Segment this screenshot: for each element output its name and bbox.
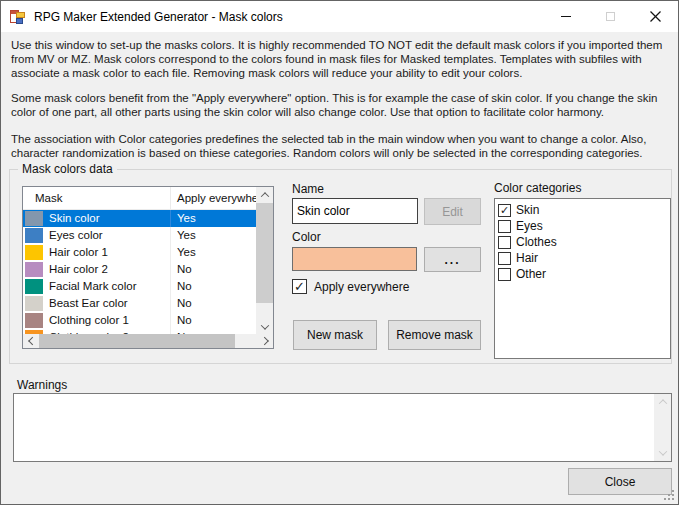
name-input[interactable] [292, 198, 418, 224]
resize-grip-icon[interactable] [664, 490, 675, 501]
chevron-down-icon [260, 321, 268, 329]
mask-color-swatch [25, 228, 43, 243]
mask-color-swatch [25, 245, 43, 260]
checkbox-icon[interactable] [292, 279, 307, 294]
maximize-icon [606, 12, 615, 21]
category-label: Clothes [516, 235, 557, 249]
close-icon [650, 11, 661, 22]
minimize-icon [561, 16, 571, 17]
scroll-up-button[interactable] [256, 187, 273, 202]
mask-name: Beast Ear color [43, 295, 170, 312]
app-form-icon [10, 9, 26, 25]
category-item[interactable]: Skin [498, 202, 670, 218]
table-row[interactable]: Beast Ear color No [23, 295, 256, 312]
category-checkbox-icon[interactable] [498, 268, 511, 281]
color-categories-label: Color categories [494, 181, 581, 195]
categories-list: Skin Eyes Clothes Hair Other [494, 198, 671, 359]
category-label: Eyes [516, 219, 543, 233]
intro-paragraph-3: The association with Color categories pr… [11, 132, 671, 160]
chevron-up-icon [260, 192, 268, 200]
mask-color-swatch [25, 296, 43, 311]
mask-name: Eyes color [43, 227, 170, 244]
minimize-button[interactable] [543, 1, 588, 32]
color-label: Color [292, 230, 321, 244]
mask-color-swatch [25, 262, 43, 277]
intro-paragraph-1: Use this window to set-up the masks colo… [11, 38, 671, 80]
category-checkbox-icon[interactable] [498, 204, 511, 217]
current-color-swatch [292, 247, 417, 271]
window-title: RPG Maker Extended Generator - Mask colo… [34, 10, 283, 24]
table-row[interactable]: Hair color 1 Yes [23, 244, 256, 261]
table-row[interactable]: Clothing color 1 No [23, 312, 256, 329]
warnings-scroll-up-button [654, 394, 671, 410]
mask-table: Mask Apply everywhere Skin color Yes Eye… [22, 186, 274, 349]
group-title: Mask colors data [18, 162, 117, 176]
mask-name: Facial Mark color [43, 278, 170, 295]
mask-name: Clothing color 1 [43, 312, 170, 329]
window-controls [543, 1, 678, 32]
mask-color-swatch [25, 211, 43, 226]
table-row[interactable]: Hair color 2 No [23, 261, 256, 278]
mask-name: Skin color [43, 210, 170, 227]
horizontal-scrollbar-thumb[interactable] [39, 334, 235, 348]
edit-button: Edit [424, 198, 481, 225]
category-item[interactable]: Other [498, 266, 670, 282]
close-window-button[interactable] [633, 1, 678, 32]
intro-paragraph-2: Some mask colors benefit from the "Apply… [11, 91, 671, 119]
chevron-right-icon [260, 337, 268, 345]
warnings-vertical-scrollbar [654, 394, 671, 461]
mask-name: Hair color 1 [43, 244, 170, 261]
category-item[interactable]: Clothes [498, 234, 670, 250]
dialog-window: RPG Maker Extended Generator - Mask colo… [0, 0, 679, 505]
table-row[interactable]: Facial Mark color No [23, 278, 256, 295]
new-mask-button[interactable]: New mask [293, 320, 377, 350]
table-row[interactable]: Skin color Yes [23, 210, 256, 227]
mask-apply-everywhere: Yes [170, 227, 256, 244]
color-picker-button[interactable]: ... [424, 247, 481, 272]
table-vertical-scrollbar[interactable] [256, 187, 273, 334]
mask-table-body: Skin color Yes Eyes color Yes Hair color… [23, 210, 256, 335]
category-checkbox-icon[interactable] [498, 252, 511, 265]
scroll-left-button[interactable] [23, 334, 38, 348]
category-checkbox-icon[interactable] [498, 220, 511, 233]
mask-color-swatch [25, 313, 43, 328]
maximize-button [588, 1, 633, 32]
scroll-right-button[interactable] [258, 334, 273, 348]
column-header-mask[interactable]: Mask [23, 187, 170, 209]
mask-apply-everywhere: No [170, 312, 256, 329]
scroll-down-button[interactable] [256, 319, 273, 334]
category-checkbox-icon[interactable] [498, 236, 511, 249]
table-row[interactable]: Eyes color Yes [23, 227, 256, 244]
table-header: Mask Apply everywhere [23, 187, 256, 210]
warnings-label: Warnings [17, 378, 67, 392]
title-bar: RPG Maker Extended Generator - Mask colo… [1, 1, 678, 32]
warnings-scroll-down-button [654, 445, 671, 461]
mask-apply-everywhere: Yes [170, 244, 256, 261]
mask-colors-group: Mask colors data Mask Apply everywhere S… [9, 169, 672, 364]
mask-apply-everywhere: No [170, 295, 256, 312]
category-label: Hair [516, 251, 538, 265]
chevron-down-icon [658, 447, 666, 455]
column-header-apply-everywhere[interactable]: Apply everywhere [170, 187, 256, 209]
apply-everywhere-label: Apply everywhere [314, 280, 409, 294]
mask-name: Hair color 2 [43, 261, 170, 278]
mask-apply-everywhere: Yes [170, 210, 256, 227]
category-item[interactable]: Hair [498, 250, 670, 266]
name-label: Name [292, 182, 324, 196]
mask-color-swatch [25, 279, 43, 294]
category-label: Skin [516, 203, 539, 217]
vertical-scrollbar-thumb[interactable] [256, 203, 273, 303]
warnings-box[interactable] [13, 393, 672, 462]
mask-apply-everywhere: No [170, 261, 256, 278]
apply-everywhere-checkbox[interactable]: Apply everywhere [292, 279, 409, 294]
category-label: Other [516, 267, 546, 281]
chevron-left-icon [28, 337, 36, 345]
mask-apply-everywhere: No [170, 278, 256, 295]
category-item[interactable]: Eyes [498, 218, 670, 234]
chevron-up-icon [658, 399, 666, 407]
close-button[interactable]: Close [568, 468, 672, 495]
table-horizontal-scrollbar[interactable] [23, 334, 273, 348]
remove-mask-button[interactable]: Remove mask [388, 320, 481, 350]
